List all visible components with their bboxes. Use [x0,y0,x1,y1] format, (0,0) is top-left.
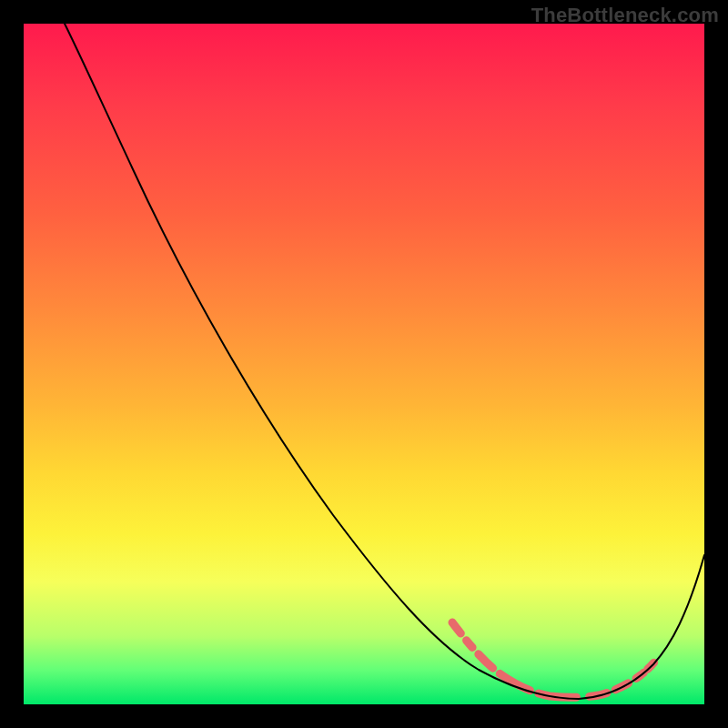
plot-area [24,24,704,704]
optimal-range-highlight [452,622,661,697]
curve-svg [24,24,704,704]
chart-container: TheBottleneck.com [0,0,728,728]
bottleneck-curve [65,24,704,699]
